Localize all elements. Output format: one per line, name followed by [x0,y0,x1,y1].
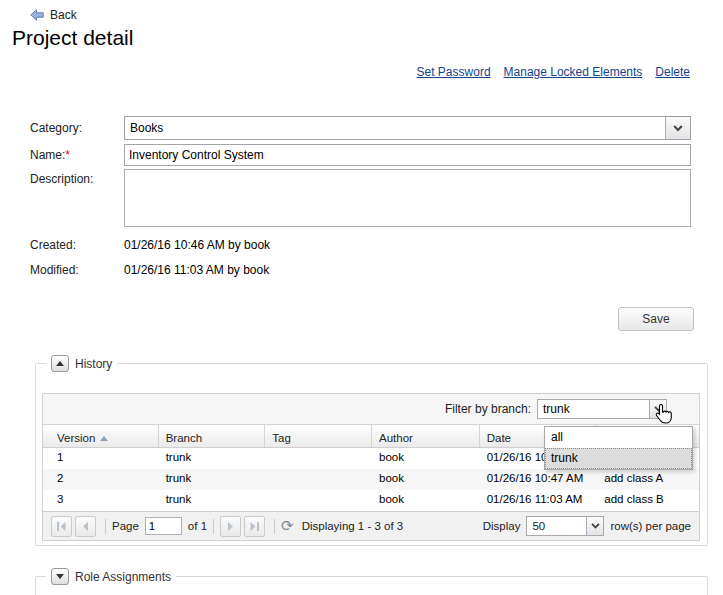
table-row[interactable]: 2 trunk book 01/26/16 10:47 AM add class… [43,469,699,490]
previous-page-icon [80,521,91,532]
cell-tag [265,448,372,469]
table-row[interactable]: 3 trunk book 01/26/16 11:03 AM add class… [43,490,699,511]
next-page-button[interactable] [220,516,241,537]
column-header-tag[interactable]: Tag [265,425,372,447]
page-label: Page [112,520,139,532]
separator [213,519,214,534]
cell-tag [265,490,372,511]
cell-version: 1 [43,448,159,469]
cell-date: 01/26/16 11:03 AM [480,490,598,511]
dropdown-option-all[interactable]: all [545,427,692,448]
category-label: Category: [30,121,82,135]
history-legend: History [46,355,117,372]
separator [274,519,275,534]
page-size-controls: Display 50 row(s) per page [483,516,691,536]
cell-branch: trunk [159,448,266,469]
category-value: Books [125,117,665,139]
cell-version: 3 [43,490,159,511]
action-links: Set Password Manage Locked Elements Dele… [417,65,690,79]
history-collapse-button[interactable] [51,355,69,372]
delete-link[interactable]: Delete [655,65,690,79]
category-dropdown-button[interactable] [665,117,690,139]
expand-down-icon [56,574,64,579]
branch-filter-dropdown-button[interactable] [649,400,666,418]
cell-branch: trunk [159,469,266,490]
branch-filter-combobox[interactable]: trunk [537,399,667,419]
description-label: Description: [30,172,93,186]
first-page-button[interactable] [51,516,72,537]
role-assignments-panel: Role Assignments [35,568,708,595]
branch-filter-dropdown-list: all trunk [544,426,693,470]
cell-author: book [372,448,480,469]
refresh-icon[interactable]: ⟳ [281,517,294,535]
created-label: Created: [30,238,76,252]
display-label: Display [483,520,521,532]
category-combobox[interactable]: Books [124,116,691,140]
history-grid-toolbar: Filter by branch: trunk all trunk [43,394,699,425]
sort-ascending-icon [100,436,108,441]
rows-per-page-label: row(s) per page [610,520,691,532]
description-textarea[interactable] [124,169,691,227]
name-input[interactable] [124,144,691,166]
separator [105,519,106,534]
cell-comment: add class B [597,490,699,511]
set-password-link[interactable]: Set Password [417,65,491,79]
page-size-combobox[interactable]: 50 [526,516,604,536]
cell-comment: add class A [597,469,699,490]
previous-page-button[interactable] [75,516,96,537]
chevron-down-icon [654,406,663,412]
history-legend-label: History [75,357,112,371]
back-label: Back [50,8,77,22]
created-value: 01/26/16 10:46 AM by book [124,238,270,252]
cell-author: book [372,490,480,511]
dropdown-option-trunk[interactable]: trunk [545,448,692,469]
back-arrow-icon [30,9,44,21]
page-of-label: of 1 [188,520,207,532]
cell-date: 01/26/16 10:47 AM [480,469,598,490]
save-button[interactable]: Save [618,307,694,331]
chevron-down-icon [591,523,600,529]
history-panel: History Filter by branch: trunk all trun… [35,355,708,546]
cell-author: book [372,469,480,490]
column-header-version[interactable]: Version [43,425,159,447]
role-assignments-legend-label: Role Assignments [75,570,171,584]
pagination-bar: Page of 1 ⟳ Displaying 1 - 3 of 3 Displa… [43,511,699,540]
cell-tag [265,469,372,490]
cell-version: 2 [43,469,159,490]
name-label: Name:* [30,148,70,162]
role-assignments-legend: Role Assignments [46,568,176,585]
branch-filter-value: trunk [538,400,649,418]
role-assignments-expand-button[interactable] [51,568,69,585]
first-page-icon [56,521,67,532]
last-page-icon [249,521,260,532]
history-grid: Filter by branch: trunk all trunk [42,393,700,541]
project-detail-page: { "page": { "back_label": "Back", "title… [0,0,723,595]
page-number-input[interactable] [145,517,182,535]
back-link[interactable]: Back [30,8,77,22]
modified-label: Modified: [30,263,79,277]
page-size-dropdown-button[interactable] [586,517,603,535]
filter-by-branch-label: Filter by branch: [445,402,531,416]
page-size-value: 50 [527,517,586,535]
next-page-icon [225,521,236,532]
last-page-button[interactable] [244,516,265,537]
column-header-branch[interactable]: Branch [159,425,266,447]
chevron-down-icon [673,125,683,132]
collapse-up-icon [56,361,64,366]
modified-value: 01/26/16 11:03 AM by book [124,263,269,277]
column-header-author[interactable]: Author [372,425,480,447]
paging-status: Displaying 1 - 3 of 3 [302,520,404,532]
manage-locked-elements-link[interactable]: Manage Locked Elements [504,65,643,79]
cell-branch: trunk [159,490,266,511]
page-title: Project detail [12,26,133,50]
required-mark: * [65,148,70,162]
